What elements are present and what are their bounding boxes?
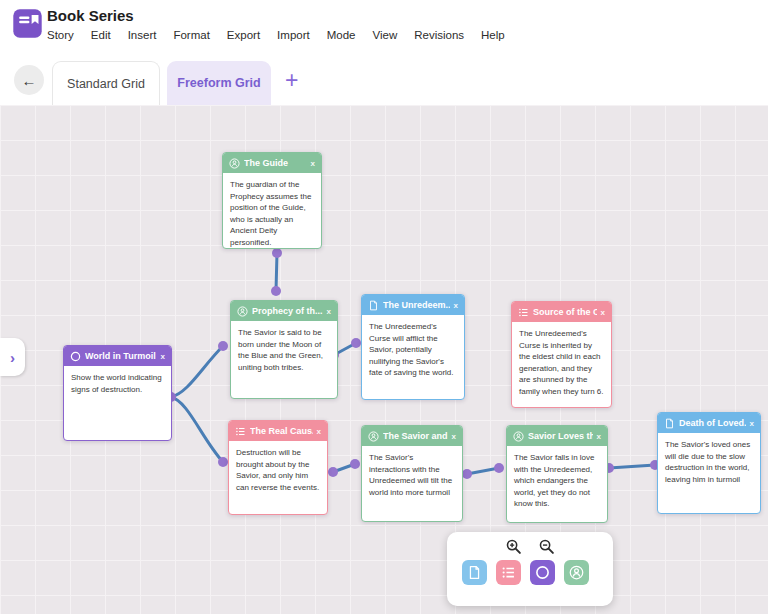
story-card-savior-and[interactable]: The Savior and ...xThe Savior's interact… [361,425,463,522]
card-body: The Savior falls in love with the Unrede… [507,446,607,522]
card-title: The Real Caus... [250,426,313,436]
card-close-button[interactable]: x [454,301,458,310]
story-card-savior-loves[interactable]: Savior Loves th...xThe Savior falls in l… [506,425,608,523]
card-header[interactable]: Savior Loves th...x [507,426,607,446]
list-icon [518,307,529,318]
person-icon [513,431,524,442]
card-close-button[interactable]: x [452,432,456,441]
card-title: Savior Loves th... [528,431,593,441]
connection-dot[interactable] [494,463,504,473]
card-title: The Unredeem... [383,300,450,310]
card-body: The Unredeemed's Curse will afflict the … [362,315,464,399]
card-close-button[interactable]: x [317,427,321,436]
story-card-the-guide[interactable]: The GuidexThe guardian of the Prophecy a… [222,152,322,249]
list-icon [235,426,246,437]
menu-item-help[interactable]: Help [481,29,505,41]
expand-sidebar-button[interactable]: › [0,338,25,376]
card-header[interactable]: Death of Loved...x [658,413,760,433]
zoom-in-icon [505,541,522,558]
card-close-button[interactable]: x [750,419,754,428]
menu-item-export[interactable]: Export [227,29,260,41]
menu-item-insert[interactable]: Insert [128,29,157,41]
menu-item-mode[interactable]: Mode [327,29,356,41]
card-header[interactable]: Source of the C...x [512,302,611,322]
chevron-right-icon: › [10,349,15,366]
card-title: World in Turmoil [85,351,157,361]
connection-dot[interactable] [462,469,472,479]
freeform-canvas[interactable]: The GuidexThe guardian of the Prophecy a… [0,105,768,614]
menubar: Story Edit Insert Format Export Import M… [47,29,505,41]
plus-icon: + [285,67,298,93]
circle-icon [535,565,550,580]
list-card-button[interactable] [496,560,521,585]
list-icon [501,565,516,580]
connection-dot[interactable] [271,286,281,296]
person-icon [368,431,379,442]
connection-dot[interactable] [218,341,228,351]
connection-dot[interactable] [328,467,338,477]
story-card-the-real-cause[interactable]: The Real Caus...xDestruction will be bro… [228,420,328,515]
connection-dot[interactable] [350,459,360,469]
menu-item-edit[interactable]: Edit [91,29,111,41]
menu-item-revisions[interactable]: Revisions [414,29,464,41]
story-card-the-unredeemed[interactable]: The Unredeem...xThe Unredeemed's Curse w… [361,294,465,400]
card-title: The Guide [244,158,307,168]
tab-label: Standard Grid [67,77,145,91]
card-close-button[interactable]: x [311,159,315,168]
card-header[interactable]: Prophecy of th...x [231,301,337,321]
app-header: Book Series Story Edit Insert Format Exp… [0,0,768,56]
person-card-button[interactable] [564,560,589,585]
menu-item-view[interactable]: View [372,29,397,41]
person-icon [237,306,248,317]
page-title: Book Series [47,7,134,24]
document-icon [467,565,482,580]
person-icon [569,565,584,580]
canvas-toolbar [447,532,613,606]
connection-line [171,397,223,462]
tab-bar: ← Standard Grid Freeform Grid + [0,56,768,105]
connection-line [171,346,223,397]
card-title: Death of Loved... [679,418,746,428]
book-icon [12,8,43,39]
card-header[interactable]: The Unredeem...x [362,295,464,315]
card-type-buttons [447,555,613,585]
card-body: The Savior is said to be born under the … [231,321,337,398]
connection-dot[interactable] [218,457,228,467]
story-card-prophecy[interactable]: Prophecy of th...xThe Savior is said to … [230,300,338,399]
menu-item-format[interactable]: Format [173,29,209,41]
connection-dot[interactable] [351,338,361,348]
back-button[interactable]: ← [14,65,44,95]
story-card-source-of-curse[interactable]: Source of the C...xThe Unredeemed's Curs… [511,301,612,408]
person-icon [229,158,240,169]
card-body: Show the world indicating signs of destr… [64,366,171,440]
card-close-button[interactable]: x [161,352,165,361]
card-header[interactable]: The Real Caus...x [229,421,327,441]
story-card-death-of-loved[interactable]: Death of Loved...xThe Savior's loved one… [657,412,761,514]
card-body: Destruction will be brought about by the… [229,441,327,514]
tab-label: Freeform Grid [177,76,260,90]
zoom-out-icon [538,541,555,558]
document-card-button[interactable] [462,560,487,585]
tab-freeform-grid[interactable]: Freeform Grid [167,61,271,105]
card-title: The Savior and ... [383,431,448,441]
add-tab-button[interactable]: + [285,67,298,94]
card-header[interactable]: The Guidex [223,153,321,173]
menu-item-story[interactable]: Story [47,29,74,41]
zoom-out-button[interactable] [538,538,555,555]
circle-card-button[interactable] [530,560,555,585]
card-body: The Unredeemed's Curse is inherited by t… [512,322,611,407]
menu-item-import[interactable]: Import [277,29,310,41]
card-title: Source of the C... [533,307,597,317]
card-body: The guardian of the Prophecy assumes the… [223,173,321,254]
card-header[interactable]: World in Turmoilx [64,346,171,366]
card-close-button[interactable]: x [601,308,605,317]
card-header[interactable]: The Savior and ...x [362,426,462,446]
connection-line [276,253,277,291]
connection-line [609,465,655,468]
story-card-world-in-turmoil[interactable]: World in TurmoilxShow the world indicati… [63,345,172,441]
card-body: The Savior's interactions with the Unred… [362,446,462,521]
tab-standard-grid[interactable]: Standard Grid [52,61,160,105]
card-close-button[interactable]: x [327,307,331,316]
card-close-button[interactable]: x [597,432,601,441]
zoom-in-button[interactable] [505,538,522,555]
